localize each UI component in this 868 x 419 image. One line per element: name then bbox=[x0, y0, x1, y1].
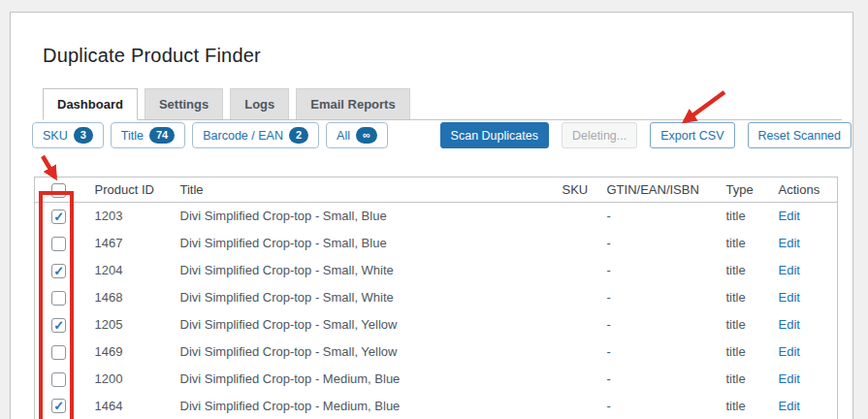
row-checkbox[interactable] bbox=[51, 345, 66, 360]
reset-scanned-button[interactable]: Reset Scanned bbox=[748, 122, 852, 148]
tab-logs[interactable]: Logs bbox=[230, 88, 289, 119]
gtin-cell: - bbox=[595, 230, 715, 257]
edit-link[interactable]: Edit bbox=[779, 263, 800, 277]
title-cell: Divi Simplified Crop-top - Small, White bbox=[169, 284, 551, 311]
row-checkbox[interactable] bbox=[51, 318, 66, 333]
duplicates-table: Product ID Title SKU GTIN/EAN/ISBN Type … bbox=[34, 177, 838, 419]
filter-sku-count-badge: 3 bbox=[74, 127, 93, 144]
product-id-cell: 1204 bbox=[83, 257, 169, 284]
column-header-title: Title bbox=[169, 177, 551, 203]
row-checkbox[interactable] bbox=[51, 372, 66, 387]
filter-all-infinity-badge: ∞ bbox=[356, 127, 377, 144]
table-row: 1468Divi Simplified Crop-top - Small, Wh… bbox=[35, 284, 838, 311]
filter-title-label: Title bbox=[121, 129, 144, 143]
title-cell: Divi Simplified Crop-top - Small, Blue bbox=[169, 203, 551, 230]
product-id-cell: 1203 bbox=[83, 203, 169, 230]
edit-link[interactable]: Edit bbox=[779, 399, 800, 413]
gtin-cell: - bbox=[595, 311, 715, 338]
product-id-cell: 1464 bbox=[83, 393, 169, 419]
gtin-cell: - bbox=[595, 338, 715, 366]
product-id-cell: 1467 bbox=[83, 230, 169, 257]
tab-email-reports[interactable]: Email Reports bbox=[296, 88, 409, 119]
edit-link[interactable]: Edit bbox=[779, 344, 800, 359]
edit-link[interactable]: Edit bbox=[779, 371, 800, 386]
scan-duplicates-button[interactable]: Scan Duplicates bbox=[440, 122, 549, 148]
product-id-cell: 1200 bbox=[83, 366, 169, 393]
gtin-cell: - bbox=[595, 366, 715, 393]
table-row: 1200Divi Simplified Crop-top - Medium, B… bbox=[35, 366, 838, 393]
filter-all-label: All bbox=[337, 129, 350, 143]
actions-cell: Edit bbox=[767, 366, 838, 393]
edit-link[interactable]: Edit bbox=[779, 317, 800, 332]
title-cell: Divi Simplified Crop-top - Small, Yellow bbox=[169, 311, 551, 338]
sku-cell bbox=[551, 257, 595, 284]
column-header-sku: SKU bbox=[551, 177, 595, 203]
sku-cell bbox=[551, 366, 595, 393]
table-row: 1467Divi Simplified Crop-top - Small, Bl… bbox=[35, 230, 838, 257]
title-cell: Divi Simplified Crop-top - Small, Yellow bbox=[169, 338, 551, 366]
row-checkbox[interactable] bbox=[51, 264, 66, 278]
row-checkbox-cell bbox=[35, 284, 83, 311]
gtin-cell: - bbox=[595, 284, 715, 311]
row-checkbox-cell bbox=[35, 230, 83, 257]
sku-cell bbox=[551, 311, 595, 338]
filter-button-group: SKU 3 Title 74 Barcode / EAN 2 All ∞ bbox=[32, 122, 388, 148]
gtin-cell: - bbox=[595, 393, 715, 419]
deleting-button[interactable]: Deleting... bbox=[562, 122, 637, 148]
type-cell: title bbox=[715, 338, 767, 366]
type-cell: title bbox=[715, 311, 767, 338]
row-checkbox-cell bbox=[35, 393, 83, 419]
title-cell: Divi Simplified Crop-top - Small, White bbox=[169, 257, 551, 284]
title-cell: Divi Simplified Crop-top - Small, Blue bbox=[169, 230, 551, 257]
filter-barcode-button[interactable]: Barcode / EAN 2 bbox=[192, 122, 319, 148]
export-csv-button[interactable]: Export CSV bbox=[650, 122, 734, 148]
row-checkbox-cell bbox=[35, 311, 83, 338]
table-header-row: Product ID Title SKU GTIN/EAN/ISBN Type … bbox=[35, 177, 838, 203]
filter-title-count-badge: 74 bbox=[149, 127, 175, 144]
filter-all-button[interactable]: All ∞ bbox=[326, 122, 388, 148]
row-checkbox[interactable] bbox=[51, 237, 66, 251]
row-checkbox[interactable] bbox=[51, 291, 66, 306]
table-row: 1205Divi Simplified Crop-top - Small, Ye… bbox=[35, 311, 838, 338]
type-cell: title bbox=[715, 284, 767, 311]
tab-bar: DashboardSettingsLogsEmail Reports bbox=[43, 88, 842, 120]
column-header-product-id: Product ID bbox=[83, 177, 169, 203]
action-button-group: Scan Duplicates Deleting... Export CSV R… bbox=[440, 122, 852, 148]
select-all-checkbox[interactable] bbox=[51, 183, 66, 198]
filter-title-button[interactable]: Title 74 bbox=[111, 122, 185, 148]
product-id-cell: 1469 bbox=[83, 338, 169, 366]
type-cell: title bbox=[715, 393, 767, 419]
row-checkbox[interactable] bbox=[51, 210, 66, 224]
sku-cell bbox=[551, 203, 595, 230]
actions-cell: Edit bbox=[767, 203, 838, 230]
type-cell: title bbox=[715, 230, 767, 257]
type-cell: title bbox=[715, 203, 767, 230]
tab-dashboard[interactable]: Dashboard bbox=[43, 88, 138, 120]
filter-sku-button[interactable]: SKU 3 bbox=[32, 122, 104, 148]
row-checkbox-cell bbox=[35, 257, 83, 284]
gtin-cell: - bbox=[595, 203, 715, 230]
actions-cell: Edit bbox=[767, 230, 838, 257]
filter-sku-label: SKU bbox=[43, 129, 68, 143]
sku-cell bbox=[551, 230, 595, 257]
gtin-cell: - bbox=[595, 257, 715, 284]
row-checkbox[interactable] bbox=[51, 399, 66, 413]
product-id-cell: 1468 bbox=[83, 284, 169, 311]
edit-link[interactable]: Edit bbox=[779, 209, 800, 223]
page-title: Duplicate Product Finder bbox=[43, 45, 261, 67]
actions-cell: Edit bbox=[767, 284, 838, 311]
filter-barcode-label: Barcode / EAN bbox=[203, 129, 283, 143]
table-row: 1464Divi Simplified Crop-top - Medium, B… bbox=[35, 393, 838, 419]
column-header-gtin: GTIN/EAN/ISBN bbox=[595, 177, 715, 203]
title-cell: Divi Simplified Crop-top - Medium, Blue bbox=[169, 393, 551, 419]
title-cell: Divi Simplified Crop-top - Medium, Blue bbox=[169, 366, 551, 393]
edit-link[interactable]: Edit bbox=[779, 290, 800, 305]
sku-cell bbox=[551, 393, 595, 419]
row-checkbox-cell bbox=[35, 366, 83, 393]
column-header-actions: Actions bbox=[767, 177, 838, 203]
tab-settings[interactable]: Settings bbox=[145, 88, 223, 119]
actions-cell: Edit bbox=[767, 338, 838, 366]
edit-link[interactable]: Edit bbox=[779, 236, 800, 250]
table-row: 1204Divi Simplified Crop-top - Small, Wh… bbox=[35, 257, 838, 284]
actions-cell: Edit bbox=[767, 311, 838, 338]
